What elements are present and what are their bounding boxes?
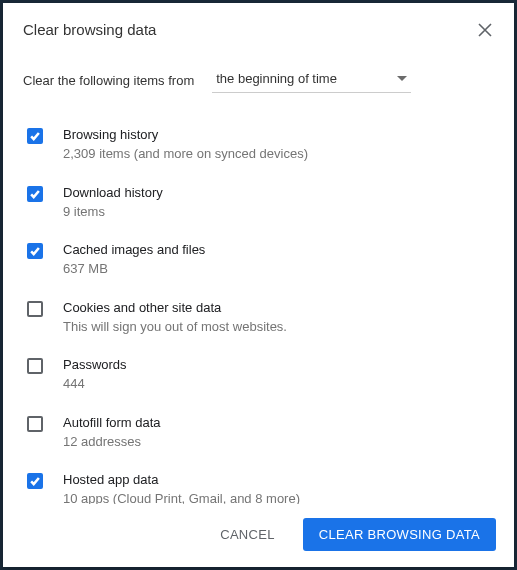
- option-row: Cached images and files637 MB: [23, 232, 494, 290]
- option-description: 2,309 items (and more on synced devices): [63, 145, 308, 163]
- time-range-prefix: Clear the following items from: [23, 73, 194, 88]
- option-label: Browsing history: [63, 127, 308, 142]
- option-checkbox[interactable]: [27, 243, 43, 259]
- option-label: Passwords: [63, 357, 127, 372]
- options-list: Browsing history2,309 items (and more on…: [23, 117, 494, 504]
- option-checkbox[interactable]: [27, 473, 43, 489]
- clear-browsing-data-dialog: Clear browsing data Clear the following …: [3, 3, 514, 567]
- option-description: This will sign you out of most websites.: [63, 318, 287, 336]
- option-description: 12 addresses: [63, 433, 161, 451]
- option-description: 10 apps (Cloud Print, Gmail, and 8 more): [63, 490, 300, 504]
- option-checkbox[interactable]: [27, 301, 43, 317]
- option-label: Cookies and other site data: [63, 300, 287, 315]
- dialog-title: Clear browsing data: [23, 21, 156, 38]
- option-label: Download history: [63, 185, 163, 200]
- check-icon: [29, 475, 41, 487]
- option-checkbox[interactable]: [27, 186, 43, 202]
- option-description: 444: [63, 375, 127, 393]
- time-range-dropdown[interactable]: the beginning of time: [212, 67, 411, 93]
- option-row: Hosted app data10 apps (Cloud Print, Gma…: [23, 462, 494, 504]
- option-row: Download history9 items: [23, 175, 494, 233]
- dialog-body: Clear the following items from the begin…: [3, 49, 514, 504]
- dialog-header: Clear browsing data: [3, 3, 514, 49]
- option-text: Autofill form data12 addresses: [63, 415, 161, 451]
- close-icon: [478, 23, 492, 37]
- option-description: 9 items: [63, 203, 163, 221]
- check-icon: [29, 130, 41, 142]
- option-label: Hosted app data: [63, 472, 300, 487]
- option-text: Cookies and other site dataThis will sig…: [63, 300, 287, 336]
- option-checkbox[interactable]: [27, 416, 43, 432]
- chevron-down-icon: [397, 76, 407, 81]
- option-checkbox[interactable]: [27, 128, 43, 144]
- option-text: Browsing history2,309 items (and more on…: [63, 127, 308, 163]
- option-row: Autofill form data12 addresses: [23, 405, 494, 463]
- dialog-footer: CANCEL CLEAR BROWSING DATA: [3, 504, 514, 567]
- option-row: Browsing history2,309 items (and more on…: [23, 117, 494, 175]
- option-text: Hosted app data10 apps (Cloud Print, Gma…: [63, 472, 300, 504]
- option-text: Passwords444: [63, 357, 127, 393]
- option-checkbox[interactable]: [27, 358, 43, 374]
- cancel-button[interactable]: CANCEL: [204, 518, 291, 551]
- close-button[interactable]: [476, 21, 494, 39]
- time-range-value: the beginning of time: [216, 71, 337, 86]
- time-range-row: Clear the following items from the begin…: [23, 67, 494, 93]
- option-text: Cached images and files637 MB: [63, 242, 205, 278]
- check-icon: [29, 188, 41, 200]
- clear-data-button[interactable]: CLEAR BROWSING DATA: [303, 518, 496, 551]
- option-label: Autofill form data: [63, 415, 161, 430]
- option-description: 637 MB: [63, 260, 205, 278]
- option-text: Download history9 items: [63, 185, 163, 221]
- option-row: Cookies and other site dataThis will sig…: [23, 290, 494, 348]
- option-row: Passwords444: [23, 347, 494, 405]
- option-label: Cached images and files: [63, 242, 205, 257]
- check-icon: [29, 245, 41, 257]
